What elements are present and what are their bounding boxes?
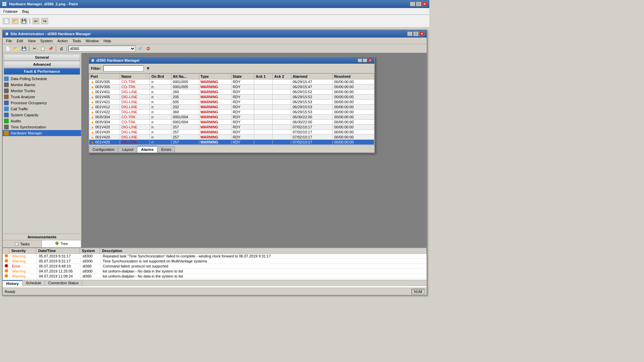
alarm-table-row[interactable]: ▲001V420 DIG-LINE n 257 WARNING RDY 07/0… <box>89 140 374 145</box>
alarm-ack1 <box>254 140 273 145</box>
close-btn[interactable]: ✕ <box>419 32 425 36</box>
alarm-alarmed: 06/29/15:53 <box>291 105 333 110</box>
toolbar-undo[interactable]: ↩ <box>32 18 40 24</box>
tb-open[interactable]: 📂 <box>12 45 19 52</box>
hw-tab-errors[interactable]: Errors <box>158 146 175 153</box>
hw-tab-alarms[interactable]: Alarms <box>137 146 157 153</box>
tab-tree[interactable]: 🌳 Tree <box>42 240 81 247</box>
nav-monitor-trunks[interactable]: Monitor Trunks <box>3 88 81 94</box>
alarm-table-row[interactable]: ▲001V421 DIG-LINE n 505 WARNING RDY 06/2… <box>89 100 374 105</box>
log-row[interactable]: Warning 05.07.2019 9:31:17 s8300 Repeate… <box>3 254 427 259</box>
maximize-paint-btn[interactable]: □ <box>416 2 421 6</box>
alarm-resolved: 00/00:00:00 <box>333 115 374 120</box>
tab-fault[interactable]: Fault & Performance <box>4 68 80 75</box>
log-row[interactable]: Warning 04.07.2019 11:25:05 s8300 list u… <box>3 269 427 274</box>
paint-menu-home[interactable]: Главная <box>1 9 19 14</box>
alarm-onbrd: n <box>150 105 171 110</box>
tb-cut[interactable]: ✂ <box>31 45 38 52</box>
menu-edit[interactable]: Edit <box>15 38 25 44</box>
alarm-table-row[interactable]: ▲001V420 DIG-LINE n 257 WARNING RDY 07/0… <box>89 135 374 140</box>
tb-save[interactable]: 💾 <box>20 45 28 52</box>
maximize-btn[interactable]: □ <box>413 32 419 36</box>
close-paint-btn[interactable]: ✕ <box>422 2 427 6</box>
alarm-alarmed: 07/02/10:17 <box>291 140 333 145</box>
menu-help[interactable]: Help <box>101 38 113 44</box>
menu-action[interactable]: Action <box>55 38 70 44</box>
toolbar-new[interactable]: 📄 <box>3 18 10 24</box>
clock-icon <box>4 125 9 129</box>
toolbar-redo[interactable]: ↪ <box>41 18 48 24</box>
hw-maximize-btn[interactable]: □ <box>363 58 367 62</box>
alarm-alarmed: 06/29/15:47 <box>291 79 333 84</box>
alarm-table-row[interactable]: ▲001V401 DIG-LINE n 260 WARNING RDY 06/2… <box>89 89 374 95</box>
alarm-table-scroll[interactable]: Port Name On Brd Alt Na... Type State Ac… <box>89 73 374 145</box>
tb-sep3 <box>66 46 67 52</box>
alarm-type: WARNING <box>199 95 231 100</box>
hw-minimize-btn[interactable]: _ <box>358 58 362 62</box>
log-col-system: System <box>80 248 100 253</box>
menu-tools[interactable]: Tools <box>70 38 83 44</box>
alarm-table-row[interactable]: ▲001V405 DIG-LINE n 205 WARNING RDY 06/2… <box>89 95 374 100</box>
alarm-table-row[interactable]: ▲001V420 DIG-LINE n 257 WARNING RDY 07/0… <box>89 130 374 135</box>
tb-connect[interactable]: 🔗 <box>136 45 144 52</box>
alarm-ack1 <box>254 105 273 110</box>
tab-advanced[interactable]: Advanced <box>4 61 80 68</box>
tab-tasks[interactable]: 📋 Tasks <box>3 240 42 247</box>
nav-call-traffic[interactable]: Call Traffic <box>3 106 81 112</box>
hw-tab-layout[interactable]: Layout <box>118 146 137 153</box>
menu-system[interactable]: System <box>38 38 55 44</box>
filter-input[interactable] <box>103 65 144 71</box>
tb-new[interactable]: 📄 <box>4 45 11 52</box>
menu-view[interactable]: View <box>26 38 38 44</box>
log-cell-datetime: 05.07.2019 9:31:17 <box>37 259 80 263</box>
alarm-altna: 360 <box>171 110 199 115</box>
log-row[interactable]: Warning 04.07.2019 11:08:24 dl360 list u… <box>3 274 427 279</box>
tb-paste[interactable]: 📌 <box>47 45 54 52</box>
paint-title-bar: 🖼 Hardware Manager_dl360_2.png - Paint _… <box>0 0 429 8</box>
toolbar-open[interactable]: 📂 <box>11 18 19 24</box>
alarm-onbrd: n <box>150 79 171 84</box>
alarm-table-row[interactable]: ▲003V305 CO-TRK n 0001/005 WARNING RDY 0… <box>89 84 374 89</box>
toolbar-save[interactable]: 💾 <box>20 18 28 24</box>
tb-copy[interactable]: 📋 <box>39 45 46 52</box>
log-row[interactable]: Warning 05.07.2019 9:31:17 s8300 Time Sy… <box>3 259 427 264</box>
alarm-table-row[interactable]: ▲003V304 CO-TRK n 0001/004 WARNING RDY 0… <box>89 115 374 120</box>
alarm-table-row[interactable]: ▲001V412 DIG-LINE n 202 WARNING RDY 06/2… <box>89 105 374 110</box>
alarm-table-row[interactable]: ▲001V422 DIG-LINE n 360 WARNING RDY 06/2… <box>89 110 374 115</box>
nav-processor-occupancy[interactable]: Processor Occupancy <box>3 100 81 106</box>
nav-data-polling[interactable]: Data Polling Schedule <box>3 76 81 82</box>
alarm-resolved: 00/00:00:00 <box>333 100 374 105</box>
alarm-ack2 <box>273 125 291 130</box>
nav-time-sync[interactable]: Time Synchronization <box>3 124 81 130</box>
nav-system-capacity[interactable]: System Capacity <box>3 112 81 118</box>
nav-hardware-manager[interactable]: Hardware Manager <box>3 130 81 136</box>
tb-print[interactable]: 🖨 <box>58 45 65 52</box>
nav-audits[interactable]: Audits <box>3 118 81 124</box>
tb-disconnect[interactable]: ⛔ <box>144 45 152 52</box>
hw-close-btn[interactable]: ✕ <box>368 58 372 62</box>
nav-trunk-analyzer[interactable]: Trunk Analyzer <box>3 94 81 100</box>
alarm-table-row[interactable]: ▲003V305 CO-TRK n 0001/005 WARNING RDY 0… <box>89 79 374 84</box>
nav-monitor-alarms[interactable]: Monitor Alarms <box>3 82 81 88</box>
tab-general[interactable]: General <box>4 54 80 61</box>
log-cell-system: s8300 <box>80 259 101 263</box>
alarm-state: RDY <box>231 115 254 120</box>
log-row[interactable]: Error 05.07.2019 8:48:10 dl360 Command f… <box>3 264 427 269</box>
paint-menu-view[interactable]: Вид <box>20 9 31 14</box>
minimize-btn[interactable]: _ <box>407 32 413 36</box>
hw-tab-configuration[interactable]: Configuration <box>89 146 118 153</box>
status-num-lock: NUM <box>412 289 425 294</box>
log-cell-description: Repeated task "Time Synchronization" fai… <box>101 254 427 258</box>
alarm-alarmed: 06/29/15:52 <box>291 95 333 100</box>
filter-dropdown-btn[interactable]: ▼ <box>146 65 151 72</box>
log-tab-history[interactable]: History <box>3 280 22 286</box>
menu-window[interactable]: Window <box>84 38 101 44</box>
col-header-onbrd: On Brd <box>150 74 171 79</box>
log-tab-connection[interactable]: Connection Status <box>45 280 82 286</box>
device-selector[interactable]: dl360 <box>68 46 136 52</box>
alarm-table-row[interactable]: ▲003V304 CO-TRK n 0001/004 WARNING RDY 0… <box>89 120 374 125</box>
menu-file[interactable]: File <box>4 38 14 44</box>
log-tab-schedule[interactable]: Schedule <box>22 280 45 286</box>
minimize-paint-btn[interactable]: _ <box>410 2 415 6</box>
alarm-table-row[interactable]: ▲001V420 DIG-LINE n 257 WARNING RDY 07/0… <box>89 125 374 130</box>
